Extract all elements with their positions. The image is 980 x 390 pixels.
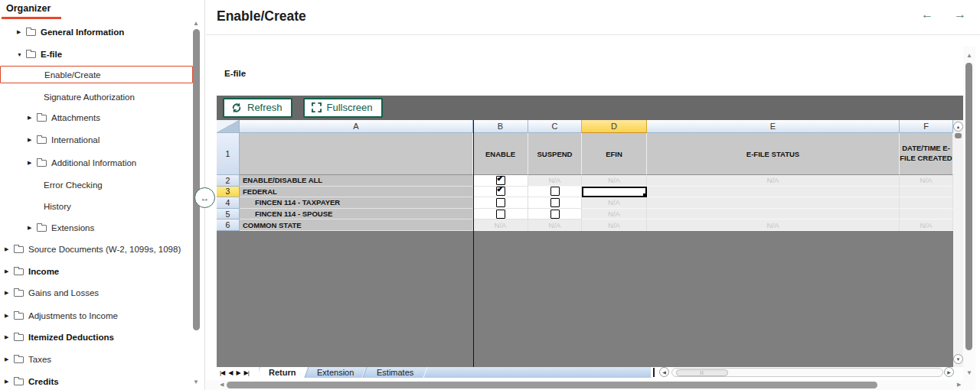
select-all-corner[interactable] xyxy=(217,120,240,133)
sidebar-item-extensions[interactable]: ▶ Extensions xyxy=(0,219,193,237)
chevron-right-icon[interactable]: ▶ xyxy=(5,334,14,340)
scroll-down-icon[interactable]: ▼ xyxy=(193,379,199,385)
chevron-right-icon[interactable]: ▶ xyxy=(5,356,14,362)
grid-scroll-down-button[interactable]: ▼ xyxy=(953,354,963,364)
column-header-f[interactable]: F xyxy=(900,120,953,133)
sidebar-item-itemized-deductions[interactable]: ▶ Itemized Deductions xyxy=(0,328,193,346)
sidebar-item-additional-information[interactable]: ▶ Additional Information xyxy=(0,154,193,172)
row-number[interactable]: 2 xyxy=(217,175,240,187)
sheet-tab-label: Estimates xyxy=(377,368,413,377)
column-header-a[interactable]: A xyxy=(240,120,473,133)
efin-na-cell: N/A xyxy=(582,197,647,209)
sidebar-item-error-checking[interactable]: Error Checking xyxy=(0,176,193,194)
column-header-d-selected[interactable]: D xyxy=(582,120,647,133)
sheet-tab-return[interactable]: Return xyxy=(256,367,308,378)
sidebar-item-attachments[interactable]: ▶ Attachments xyxy=(0,109,193,127)
sidebar-item-credits[interactable]: ▶ Credits xyxy=(0,372,193,390)
sidebar-item-income[interactable]: ▶ Income xyxy=(0,262,193,281)
row-number[interactable]: 1 xyxy=(217,133,240,175)
row-number[interactable]: 4 xyxy=(217,197,240,209)
page-horizontal-scrollbar[interactable]: ◀ ▶ xyxy=(206,380,963,390)
sidebar-item-source-documents[interactable]: ▶ Source Documents (W-2, 1099s, 1098) xyxy=(0,240,193,258)
splitter-handle[interactable]: ↔ xyxy=(194,187,215,208)
chevron-right-icon[interactable]: ▶ xyxy=(28,137,37,143)
sidebar-item-label: Gains and Losses xyxy=(28,288,99,297)
chevron-right-icon[interactable]: ▶ xyxy=(28,160,37,166)
chevron-right-icon[interactable]: ▶ xyxy=(5,290,14,296)
sheet-tab-estimates[interactable]: Estimates xyxy=(362,367,427,378)
suspend-checkbox-cell[interactable] xyxy=(528,197,582,209)
status-empty-cell[interactable] xyxy=(647,197,900,209)
column-header-e[interactable]: E xyxy=(647,120,900,133)
column-header-c[interactable]: C xyxy=(528,120,582,133)
grid-horizontal-scrollbar-thumb[interactable]: || xyxy=(676,369,728,376)
next-sheet-button[interactable]: ▶ xyxy=(236,369,240,376)
row-number[interactable]: 5 xyxy=(217,209,240,220)
sidebar-item-taxes[interactable]: ▶ Taxes xyxy=(0,350,193,369)
suspend-checkbox-cell[interactable] xyxy=(528,187,582,198)
last-sheet-button[interactable]: ▶| xyxy=(244,369,249,376)
row-label-cell: ENABLE/DISABLE ALL xyxy=(240,175,473,187)
sidebar-item-history[interactable]: History xyxy=(0,197,193,216)
enable-checkbox-cell[interactable]: ✔ xyxy=(473,175,528,187)
scroll-up-icon[interactable]: ▲ xyxy=(966,52,972,59)
datetime-empty-cell[interactable] xyxy=(900,187,953,198)
sidebar-item-signature-authorization[interactable]: Signature Authorization xyxy=(0,88,193,106)
row-number-selected[interactable]: 3 xyxy=(217,187,240,198)
grid-row-fincen-spouse: 5 FINCEN 114 - SPOUSE N/A xyxy=(217,209,963,220)
tab-scroll-split-handle[interactable] xyxy=(653,368,655,377)
page-vertical-scrollbar-thumb[interactable] xyxy=(965,63,972,350)
enable-checkbox-cell[interactable] xyxy=(473,209,528,220)
efin-na-cell: N/A xyxy=(582,219,647,231)
sidebar-scrollbar-thumb[interactable] xyxy=(193,29,200,330)
enable-checkbox-cell[interactable] xyxy=(473,197,528,209)
scroll-down-icon[interactable]: ▼ xyxy=(966,369,972,376)
sidebar-item-adjustments-to-income[interactable]: ▶ Adjustments to Income xyxy=(0,307,193,325)
sheet-tab-extension[interactable]: Extension xyxy=(304,367,366,378)
fill-handle[interactable] xyxy=(643,193,646,197)
sidebar-item-enable-create[interactable]: Enable/Create xyxy=(0,66,193,83)
header-cell-datetime: DATE/TIME E-FILE CREATED xyxy=(900,133,953,175)
scroll-up-icon[interactable]: ▲ xyxy=(193,20,199,27)
chevron-right-icon[interactable]: ▶ xyxy=(17,29,26,35)
sidebar-item-international[interactable]: ▶ International xyxy=(0,131,193,149)
sidebar-item-gains-and-losses[interactable]: ▶ Gains and Losses xyxy=(0,284,193,302)
sidebar-item-efile[interactable]: ▼ E-file xyxy=(0,45,193,63)
back-arrow-icon[interactable]: ← xyxy=(921,8,933,21)
chevron-right-icon[interactable]: ▶ xyxy=(5,379,14,385)
chevron-right-icon[interactable]: ▶ xyxy=(5,268,14,275)
prev-sheet-button[interactable]: ◀ xyxy=(228,369,232,376)
tab-scroll-right-button[interactable]: ▶ xyxy=(944,367,954,377)
selected-cell-d3[interactable] xyxy=(582,187,647,198)
grid-vertical-scrollbar-thumb[interactable] xyxy=(955,133,962,138)
page-vertical-scrollbar[interactable]: ▲ ▼ xyxy=(963,46,975,390)
sidebar-item-label: Error Checking xyxy=(44,180,103,190)
scroll-left-icon[interactable]: ◀ xyxy=(220,382,224,388)
status-na-cell: N/A xyxy=(647,219,900,231)
sidebar-item-general-information[interactable]: ▶ General Information xyxy=(0,23,193,41)
first-sheet-button[interactable]: |◀ xyxy=(220,369,224,376)
chevron-right-icon[interactable]: ▶ xyxy=(5,313,14,319)
scroll-right-icon[interactable]: ▶ xyxy=(957,382,961,388)
grid-vertical-scrollbar[interactable]: ▲ ▼ xyxy=(953,120,963,367)
grid-scroll-up-button[interactable]: ▲ xyxy=(953,122,963,132)
datetime-empty-cell[interactable] xyxy=(900,209,953,220)
efile-grid-widget: Refresh Fullscreen A B xyxy=(217,96,963,378)
refresh-button[interactable]: Refresh xyxy=(223,98,292,118)
fullscreen-button[interactable]: Fullscreen xyxy=(303,98,383,118)
row-number[interactable]: 6 xyxy=(217,219,240,231)
forward-arrow-icon[interactable]: → xyxy=(954,8,966,21)
chevron-down-icon[interactable]: ▼ xyxy=(17,52,26,57)
tab-scroll-left-button[interactable]: ◀ xyxy=(659,367,669,377)
column-header-b[interactable]: B xyxy=(473,120,528,133)
suspend-checkbox-cell[interactable] xyxy=(528,209,582,220)
status-empty-cell[interactable] xyxy=(647,209,900,220)
chevron-right-icon[interactable]: ▶ xyxy=(5,246,14,252)
chevron-right-icon[interactable]: ▶ xyxy=(28,115,37,121)
page-horizontal-scrollbar-thumb[interactable] xyxy=(227,382,877,388)
datetime-empty-cell[interactable] xyxy=(900,197,953,209)
organizer-tree: ▶ General Information ▼ E-file Enable/Cr… xyxy=(0,0,193,390)
status-empty-cell[interactable] xyxy=(647,187,900,198)
enable-checkbox-cell[interactable]: ✔ xyxy=(473,187,528,198)
chevron-right-icon[interactable]: ▶ xyxy=(28,225,37,231)
